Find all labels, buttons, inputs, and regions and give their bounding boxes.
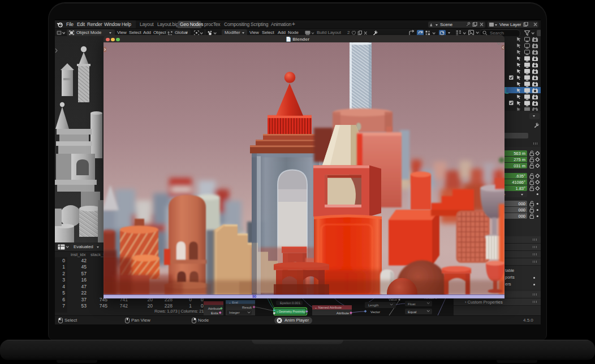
svg-text:⌄ Eval: ⌄ Eval [228, 301, 238, 304]
svg-text:Attribute: Attribute [337, 311, 350, 315]
svg-text:Vector: Vector [370, 310, 380, 314]
svg-text:Float: Float [408, 302, 416, 306]
svg-text:Result: Result [242, 306, 252, 309]
svg-text:0.001: 0.001 [292, 301, 301, 305]
svg-text:› Geometry Proximity: › Geometry Proximity [277, 310, 305, 313]
svg-text:Equal: Equal [408, 310, 416, 314]
svg-text:Attribute: Attribute [208, 307, 221, 310]
svg-text:Integer: Integer [229, 311, 240, 314]
svg-text:⌄ Named Attribute: ⌄ Named Attribute [314, 306, 342, 309]
svg-text:Length: Length [368, 304, 378, 307]
svg-text:Epsilon: Epsilon [280, 301, 291, 305]
svg-text:Exits: Exits [211, 311, 218, 315]
